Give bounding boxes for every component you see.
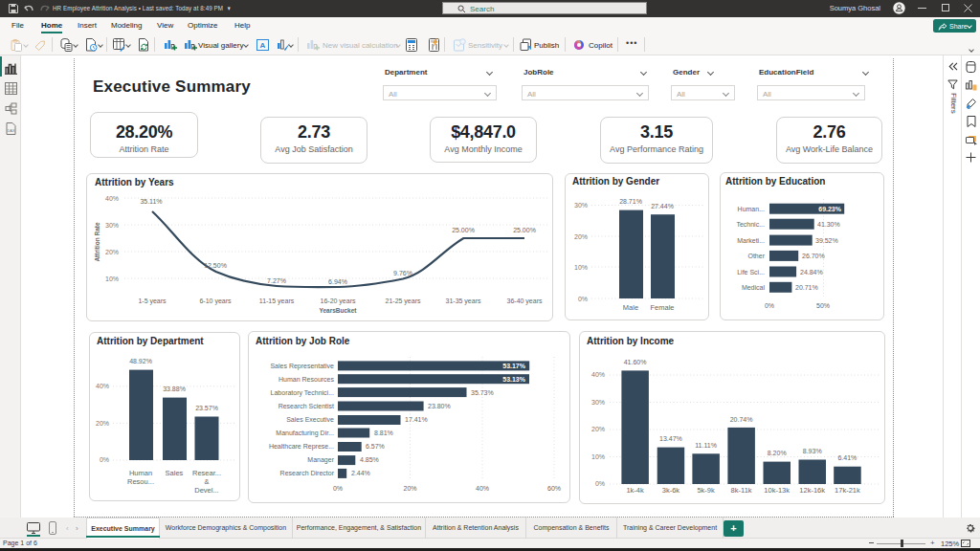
svg-text:40%: 40% [96,383,109,389]
svg-text:40%: 40% [476,485,489,492]
svg-text:Healthcare Represe...: Healthcare Represe... [269,443,334,451]
svg-text:Attrition by Job Role: Attrition by Job Role [256,336,350,346]
svg-text:Laboratory Technici...: Laboratory Technici... [271,389,334,397]
svg-text:28.71%: 28.71% [619,198,642,205]
svg-text:Human: Human [129,469,152,477]
svg-text:23.57%: 23.57% [195,405,218,411]
svg-text:Resou...: Resou... [127,477,154,486]
svg-text:39.52%: 39.52% [815,237,838,244]
svg-text:10%: 10% [574,264,588,271]
svg-text:1-5 years: 1-5 years [138,298,167,305]
svg-text:Research Director: Research Director [280,470,335,476]
svg-text:9.76%: 9.76% [393,270,412,276]
svg-text:&: & [204,477,209,486]
svg-text:1k-4k: 1k-4k [626,486,644,495]
svg-text:Female: Female [650,303,674,312]
svg-text:10k-13k: 10k-13k [764,486,790,495]
svg-text:53.17%: 53.17% [502,363,526,369]
svg-text:26.70%: 26.70% [802,253,825,259]
svg-text:0%: 0% [100,456,109,463]
svg-text:10%: 10% [105,276,119,282]
svg-text:23.80%: 23.80% [428,403,451,409]
svg-text:20.71%: 20.71% [795,284,818,291]
svg-text:31-35 years: 31-35 years [446,298,481,305]
svg-text:10%: 10% [591,453,605,460]
svg-text:0%: 0% [333,485,343,492]
svg-text:Attrition by Education: Attrition by Education [725,176,825,187]
svg-text:8.81%: 8.81% [374,430,393,436]
svg-text:20%: 20% [574,233,588,240]
svg-text:21-25 years: 21-25 years [386,298,421,305]
svg-text:0%: 0% [578,296,588,302]
svg-text:Manufacturing Dir...: Manufacturing Dir... [276,430,334,437]
svg-text:6-10 years: 6-10 years [199,298,232,305]
svg-text:Attrition by Department: Attrition by Department [97,336,204,346]
svg-text:53.13%: 53.13% [502,376,526,383]
svg-text:Male: Male [623,303,638,312]
svg-text:Sales: Sales [166,469,184,477]
svg-text:11.11%: 11.11% [695,442,717,449]
svg-text:50%: 50% [816,302,830,309]
svg-text:Sales Representative: Sales Representative [270,363,334,370]
svg-text:YearsBucket: YearsBucket [319,307,357,314]
svg-text:35.73%: 35.73% [471,389,494,396]
svg-text:Human...: Human... [738,206,765,212]
svg-text:6.41%: 6.41% [837,454,857,461]
svg-text:35.11%: 35.11% [140,198,162,205]
svg-text:0%: 0% [765,302,774,309]
svg-text:Human Resources: Human Resources [278,376,334,383]
svg-text:Research Scientist: Research Scientist [278,403,334,409]
svg-text:20%: 20% [403,485,416,492]
svg-text:48.92%: 48.92% [129,358,152,364]
svg-text:2.44%: 2.44% [351,470,370,476]
svg-text:Medical: Medical [742,284,766,291]
svg-text:Marketi...: Marketi... [737,237,765,244]
svg-text:8.93%: 8.93% [803,448,822,454]
svg-text:5k-9k: 5k-9k [697,486,715,495]
svg-text:16-20 years: 16-20 years [321,298,356,305]
svg-text:Sales Executive: Sales Executive [286,416,334,423]
svg-text:20.74%: 20.74% [730,416,753,423]
svg-text:Technic...: Technic... [736,221,765,228]
svg-text:36-40 years: 36-40 years [507,298,543,305]
svg-text:4.85%: 4.85% [360,456,379,463]
svg-text:Attrition by Income: Attrition by Income [587,336,675,346]
svg-text:11-15 years: 11-15 years [259,298,295,305]
svg-text:41.30%: 41.30% [817,221,840,228]
svg-text:0%: 0% [595,480,605,487]
svg-text:30%: 30% [591,399,605,406]
svg-text:Attrition by Years: Attrition by Years [95,177,174,187]
svg-text:60%: 60% [547,485,561,492]
svg-text:20%: 20% [105,249,119,255]
svg-text:Other: Other [747,253,765,259]
svg-text:7.27%: 7.27% [267,277,286,284]
svg-text:6.94%: 6.94% [328,278,347,285]
svg-text:8.20%: 8.20% [768,450,787,456]
svg-text:Manager: Manager [307,456,334,464]
svg-text:Attrition Rate: Attrition Rate [94,222,100,262]
svg-text:33.88%: 33.88% [163,386,186,392]
svg-text:41.60%: 41.60% [624,359,647,365]
svg-text:6.57%: 6.57% [366,443,385,450]
svg-text:40%: 40% [591,371,605,378]
svg-text:25.00%: 25.00% [513,227,536,233]
svg-text:12k-16k: 12k-16k [799,486,825,495]
svg-text:30%: 30% [574,202,588,209]
svg-text:3k-6k: 3k-6k [662,486,680,495]
svg-text:69.23%: 69.23% [818,206,842,212]
svg-text:17k-21k: 17k-21k [835,486,860,495]
svg-text:12.50%: 12.50% [204,262,227,269]
svg-text:27.44%: 27.44% [651,203,674,209]
svg-text:17.41%: 17.41% [405,416,428,423]
svg-text:Attrition by Gender: Attrition by Gender [572,176,659,187]
svg-text:30%: 30% [105,222,119,229]
svg-text:25.00%: 25.00% [452,227,475,233]
svg-text:20%: 20% [591,426,605,432]
svg-text:Resear...: Resear... [192,469,221,477]
svg-text:20%: 20% [96,420,109,427]
svg-text:40%: 40% [105,195,119,202]
svg-text:24.84%: 24.84% [800,269,823,276]
svg-text:Devel...: Devel... [194,486,218,495]
svg-text:13.47%: 13.47% [659,435,682,442]
svg-text:Life Sci...: Life Sci... [737,269,765,276]
